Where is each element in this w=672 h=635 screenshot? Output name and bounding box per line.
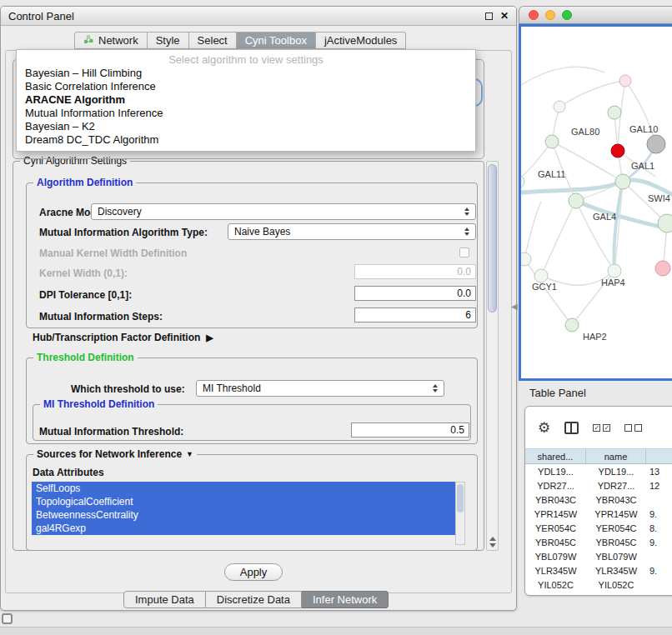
close-window-icon[interactable]: ✕ — [500, 11, 509, 21]
manual-kernel-checkbox[interactable] — [459, 248, 469, 258]
float-window-icon[interactable] — [485, 12, 493, 20]
table-cell: YER054C — [586, 521, 646, 535]
network-node[interactable] — [658, 214, 672, 232]
control-panel-titlebar[interactable]: Control Panel ✕ — [1, 7, 516, 26]
table-row[interactable]: YBR045CYBR045C9. — [525, 535, 672, 549]
table-cell: YLR345W — [586, 563, 646, 578]
network-node[interactable] — [534, 269, 548, 282]
network-node[interactable] — [619, 75, 631, 87]
network-node[interactable] — [647, 135, 665, 153]
attribute-item[interactable]: TopologicalCoefficient — [32, 495, 455, 508]
node-label: GAL1 — [631, 161, 654, 171]
scrollbar-thumb[interactable] — [488, 164, 497, 312]
network-node[interactable] — [655, 261, 670, 276]
mi-threshold-label: Mutual Information Threshold: — [39, 426, 183, 438]
network-node[interactable] — [521, 175, 524, 188]
scroll-down-icon[interactable] — [489, 543, 496, 548]
node-label: GAL80 — [571, 127, 599, 137]
tab-network[interactable]: Network — [74, 32, 148, 49]
algorithm-option[interactable]: ARACNE Algorithm — [17, 93, 475, 107]
bottom-tab-bar: Impute DataDiscretize DataInfer Network — [123, 591, 389, 608]
network-node[interactable] — [608, 106, 621, 119]
network-window-titlebar[interactable] — [519, 6, 672, 24]
control-panel-window: Control Panel ✕ NetworkStyleSelectCyni T… — [0, 6, 517, 611]
kernel-width-field[interactable]: 0.0 — [354, 264, 476, 279]
updown-arrows-icon — [464, 228, 469, 236]
table-cell: YDL19... — [525, 464, 586, 478]
network-node[interactable] — [608, 264, 621, 278]
network-node[interactable] — [545, 135, 559, 148]
table-row[interactable]: YIL052CYIL052C — [525, 578, 672, 592]
attribute-item[interactable]: BetweennessCentrality — [32, 508, 455, 522]
scrollbar-thumb[interactable] — [457, 484, 464, 512]
table-panel-title: Table Panel — [529, 387, 586, 399]
table-cell — [646, 578, 672, 592]
table-row[interactable]: YER054CYER054C8. — [525, 521, 672, 535]
table-row[interactable]: YDL19...YDL19...13 — [525, 464, 672, 478]
algorithm-placeholder: Select algorithm to view settings — [17, 52, 475, 67]
table-header-row: shared...name — [525, 448, 672, 464]
table-row[interactable]: YLR345WYLR345W9. — [525, 563, 672, 578]
close-traffic-light-icon[interactable] — [529, 10, 539, 20]
attribute-list-scrollbar[interactable] — [455, 482, 465, 545]
table-cell: 8. — [646, 521, 672, 535]
collapse-icon: ▼ — [186, 450, 193, 458]
attribute-item[interactable]: SelfLoops — [32, 482, 455, 495]
which-threshold-label: Which threshold to use: — [71, 383, 185, 395]
network-canvas[interactable]: GAL80GAL10GAL1GAL11GAL4SWI4HAP4GCY1HAP2 — [519, 24, 672, 381]
table-row[interactable]: YBL079WYBL079W — [525, 549, 672, 563]
column-header[interactable] — [646, 449, 672, 463]
network-node[interactable] — [565, 318, 579, 332]
columns-icon[interactable] — [564, 422, 579, 434]
network-node[interactable] — [554, 101, 565, 112]
attribute-item[interactable]: gal4RGexp — [32, 522, 455, 535]
algorithm-option[interactable]: Bayesian – Hill Climbing — [17, 67, 475, 80]
table-row[interactable]: YPR145WYPR145W9. — [525, 507, 672, 521]
network-node[interactable] — [521, 252, 531, 266]
zoom-traffic-light-icon[interactable] — [562, 10, 572, 20]
table-row[interactable]: YBR043CYBR043C — [525, 492, 672, 507]
bottom-tab-impute-data[interactable]: Impute Data — [123, 591, 206, 608]
mi-threshold-field[interactable]: 0.5 — [351, 422, 469, 438]
node-label: GAL10 — [629, 124, 658, 134]
tab-label: Cyni Toolbox — [245, 34, 307, 47]
network-node[interactable] — [615, 174, 630, 189]
apply-button[interactable]: Apply — [224, 563, 283, 581]
network-node[interactable] — [569, 193, 584, 208]
deselect-all-columns-icon[interactable] — [624, 424, 642, 432]
minimize-traffic-light-icon[interactable] — [545, 10, 555, 20]
hub-definition-section[interactable]: Hub/Transcription Factor Definition ▶ — [33, 332, 213, 343]
scroll-up-icon[interactable] — [489, 537, 496, 541]
algorithm-option[interactable]: Dream8 DC_TDC Algorithm — [17, 133, 475, 147]
settings-scrollbar[interactable] — [486, 161, 499, 551]
select-all-columns-icon[interactable] — [593, 424, 610, 432]
algorithm-option[interactable]: Mutual Information Inference — [17, 107, 475, 120]
bottom-tab-discretize-data[interactable]: Discretize Data — [206, 591, 302, 608]
mi-steps-field[interactable]: 6 — [354, 308, 476, 322]
table-cell: 9. — [646, 535, 672, 549]
tab-jactivemodules[interactable]: jActiveModules — [316, 32, 406, 49]
table-row[interactable]: YDR27...YDR27...12 — [525, 478, 672, 492]
data-attributes-list: SelfLoopsTopologicalCoefficientBetweenne… — [32, 482, 455, 535]
which-threshold-select[interactable]: MI Threshold — [196, 380, 444, 397]
algorithm-option[interactable]: Basic Correlation Inference — [17, 80, 475, 93]
network-node[interactable] — [611, 144, 624, 158]
aracne-mode-select[interactable]: Discovery — [91, 203, 476, 220]
node-label: SWI4 — [648, 193, 670, 203]
tab-cyni-toolbox[interactable]: Cyni Toolbox — [237, 32, 316, 49]
gear-icon[interactable]: ⚙ — [538, 421, 550, 435]
dpi-tolerance-field[interactable]: 0.0 — [354, 286, 476, 301]
mi-type-select[interactable]: Naive Bayes — [228, 223, 476, 240]
status-bar — [0, 627, 672, 635]
column-header[interactable]: name — [586, 449, 646, 463]
algorithm-option[interactable]: Bayesian – K2 — [17, 120, 475, 133]
data-attributes-label: Data Attributes — [33, 467, 104, 478]
tab-select[interactable]: Select — [189, 32, 237, 49]
sources-group-title[interactable]: Sources for Network Inference ▼ — [33, 448, 197, 460]
minimized-panel-icon[interactable] — [2, 613, 13, 624]
bottom-tab-infer-network[interactable]: Infer Network — [302, 591, 389, 608]
column-header[interactable]: shared... — [525, 449, 586, 463]
panel-collapse-icon[interactable]: ◀ — [511, 302, 518, 311]
tab-style[interactable]: Style — [148, 32, 189, 49]
scrollbar-arrows[interactable] — [489, 537, 496, 548]
